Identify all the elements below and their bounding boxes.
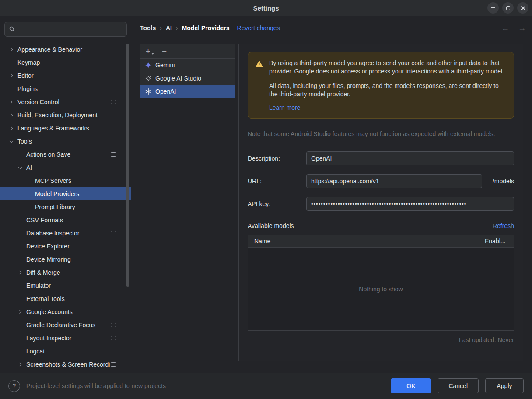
empty-table-message: Nothing to show xyxy=(359,286,402,293)
maximize-button[interactable] xyxy=(502,2,514,14)
sidebar-item-label: AI xyxy=(26,164,32,171)
sidebar-item-mcp-servers[interactable]: MCP Servers xyxy=(0,174,131,187)
sidebar-item-keymap[interactable]: Keymap xyxy=(0,56,131,69)
sidebar-item-ai[interactable]: AI xyxy=(0,161,131,174)
provider-toolbar: + − xyxy=(140,44,234,59)
description-label: Description: xyxy=(248,155,306,162)
sidebar-item-external-tools[interactable]: External Tools xyxy=(0,292,131,305)
gemini-icon xyxy=(145,62,152,69)
sidebar-item-label: Device Mirroring xyxy=(26,256,71,263)
chevron-icon[interactable] xyxy=(14,271,26,274)
description-input[interactable] xyxy=(306,151,514,165)
sidebar-item-gradle-declarative-focus[interactable]: Gradle Declarative Focus xyxy=(0,318,131,332)
apply-button[interactable]: Apply xyxy=(485,378,524,393)
url-input[interactable] xyxy=(306,174,482,188)
sidebar-item-actions-on-save[interactable]: Actions on Save xyxy=(0,148,131,161)
url-suffix: /models xyxy=(493,178,514,185)
available-models-header: Available models Refresh xyxy=(248,222,514,229)
api-key-input[interactable] xyxy=(306,197,514,211)
window-title: Settings xyxy=(253,4,279,12)
search-input[interactable] xyxy=(18,26,122,33)
sidebar-item-screenshots-screen-recordi[interactable]: Screenshots & Screen Recordi xyxy=(0,358,131,371)
minimize-button[interactable] xyxy=(487,2,499,14)
forward-arrow-icon[interactable]: → xyxy=(518,24,526,33)
scope-indicator-icon xyxy=(111,336,116,340)
back-arrow-icon[interactable]: ← xyxy=(501,24,509,33)
sidebar-item-csv-formats[interactable]: CSV Formats xyxy=(0,214,131,227)
learn-more-link[interactable]: Learn more xyxy=(269,104,301,111)
description-row: Description: xyxy=(248,151,514,165)
api-key-label: API key: xyxy=(248,200,306,207)
sidebar-item-label: Layout Inspector xyxy=(26,335,72,342)
maximize-icon xyxy=(506,6,510,10)
sidebar-item-device-mirroring[interactable]: Device Mirroring xyxy=(0,253,131,266)
warning-paragraph-1: By using a third-party model you agree t… xyxy=(269,59,505,76)
sidebar-item-label: CSV Formats xyxy=(26,217,63,224)
ok-button[interactable]: OK xyxy=(391,378,431,393)
refresh-link[interactable]: Refresh xyxy=(493,222,514,229)
titlebar: Settings xyxy=(0,0,532,16)
sidebar-item-label: Tools xyxy=(18,138,32,145)
dialog-footer: ? Project-level settings will be applied… xyxy=(0,373,532,399)
settings-search-field[interactable] xyxy=(4,22,127,37)
revert-changes-link[interactable]: Revert changes xyxy=(237,24,280,32)
sidebar-item-label: MCP Servers xyxy=(35,177,71,184)
models-table: Name Enabl... Nothing to show xyxy=(248,234,514,331)
sidebar-item-label: Emulator xyxy=(26,282,51,289)
sidebar-item-appearance-behavior[interactable]: Appearance & Behavior xyxy=(0,43,131,56)
url-label: URL: xyxy=(248,178,306,185)
window-controls xyxy=(487,2,528,14)
chevron-icon[interactable] xyxy=(5,74,18,77)
breadcrumb-separator: › xyxy=(176,24,178,32)
search-icon xyxy=(9,26,16,33)
close-button[interactable] xyxy=(517,2,528,14)
sidebar-item-device-explorer[interactable]: Device Explorer xyxy=(0,240,131,253)
provider-item-gemini[interactable]: Gemini xyxy=(140,59,234,72)
sidebar-item-google-accounts[interactable]: Google Accounts xyxy=(0,305,131,318)
column-name: Name xyxy=(248,238,480,245)
chevron-icon[interactable] xyxy=(14,311,26,313)
chevron-icon[interactable] xyxy=(5,114,18,116)
cancel-button[interactable]: Cancel xyxy=(438,378,479,393)
settings-window: Settings Appearance & Behavior Keymap Ed… xyxy=(0,0,532,399)
third-party-warning-banner: By using a third-party model you agree t… xyxy=(248,52,514,119)
sidebar-item-editor[interactable]: Editor xyxy=(0,69,131,82)
sidebar-item-prompt-library[interactable]: Prompt Library xyxy=(0,200,131,214)
provider-list-panel: + − Gemini Google AI Studio OpenAI xyxy=(140,44,235,361)
help-button[interactable]: ? xyxy=(8,380,20,392)
breadcrumb-model-providers: Model Providers xyxy=(182,24,230,32)
breadcrumb-ai[interactable]: AI xyxy=(166,24,172,32)
sidebar-item-layout-inspector[interactable]: Layout Inspector xyxy=(0,332,131,345)
sidebar-item-plugins[interactable]: Plugins xyxy=(0,82,131,95)
sidebar-scrollbar[interactable] xyxy=(126,44,130,287)
add-provider-button[interactable]: + xyxy=(146,47,154,56)
warning-text: By using a third-party model you agree t… xyxy=(269,59,505,111)
settings-tree: Appearance & Behavior Keymap Editor Plug… xyxy=(0,43,131,373)
sidebar-item-languages-frameworks[interactable]: Languages & Frameworks xyxy=(0,122,131,135)
sidebar-item-build-execution-deployment[interactable]: Build, Execution, Deployment xyxy=(0,108,131,122)
sidebar-item-emulator[interactable]: Emulator xyxy=(0,279,131,292)
sidebar-item-logcat[interactable]: Logcat xyxy=(0,345,131,358)
chevron-icon[interactable] xyxy=(5,48,18,51)
sidebar-item-label: Build, Execution, Deployment xyxy=(18,112,98,119)
sidebar-item-model-providers[interactable]: Model Providers xyxy=(0,187,131,200)
close-icon xyxy=(521,6,525,10)
sidebar-item-diff-merge[interactable]: Diff & Merge xyxy=(0,266,131,279)
chevron-icon[interactable] xyxy=(14,167,26,168)
sidebar-item-version-control[interactable]: Version Control xyxy=(0,95,131,108)
remove-provider-button[interactable]: − xyxy=(162,47,167,56)
sidebar-item-label: Model Providers xyxy=(35,190,79,197)
chevron-icon[interactable] xyxy=(14,363,26,366)
provider-item-openai[interactable]: OpenAI xyxy=(140,85,234,98)
breadcrumb-tools[interactable]: Tools xyxy=(140,24,156,32)
last-updated-text: Last updated: Never xyxy=(248,336,514,343)
provider-item-label: OpenAI xyxy=(155,88,176,95)
chevron-icon[interactable] xyxy=(5,127,18,130)
minus-icon: − xyxy=(162,47,167,56)
sidebar-item-database-inspector[interactable]: Database Inspector xyxy=(0,227,131,240)
sidebar-item-tools[interactable]: Tools xyxy=(0,135,131,148)
sidebar-item-label: Prompt Library xyxy=(35,203,75,210)
chevron-icon[interactable] xyxy=(5,101,18,103)
provider-item-google-ai-studio[interactable]: Google AI Studio xyxy=(140,72,234,85)
chevron-icon[interactable] xyxy=(5,140,18,142)
